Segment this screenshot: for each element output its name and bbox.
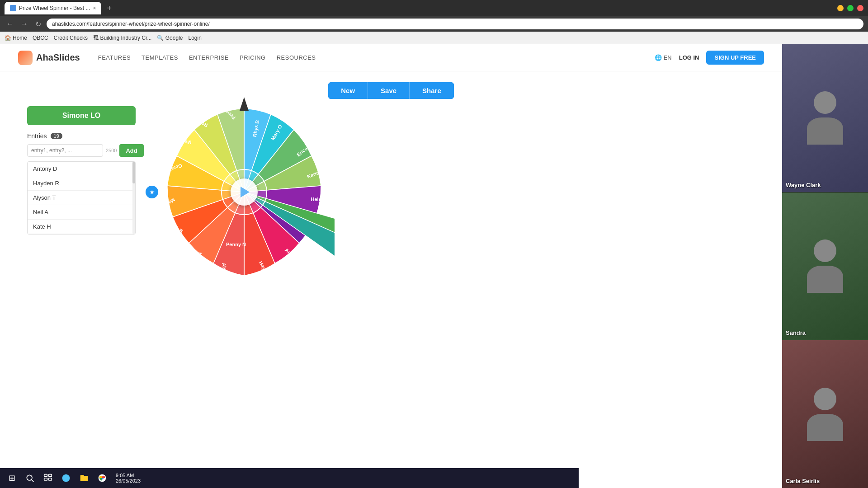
svg-text:Helen B: Helen B [311,197,330,202]
video-face-carla [782,340,868,488]
time-display: 9:05 AM [116,473,141,478]
start-button[interactable]: ⊞ [4,470,20,486]
svg-marker-20 [240,97,249,111]
taskbar-edge[interactable] [58,470,74,486]
star-badge: ★ [146,186,158,198]
svg-point-21 [27,475,32,480]
list-item: Kate H [28,220,135,234]
video-panel-sandra: Sandra [782,192,868,340]
bookmark-google[interactable]: 🔍 Google [157,35,183,41]
taskbar-search[interactable] [22,470,38,486]
logo-text: AhaSlides [36,52,80,63]
list-item: Hayden R [28,176,135,191]
entries-count: 19 [51,133,62,139]
logo-icon [18,51,33,65]
nav-resources[interactable]: RESOURCES [277,54,316,61]
lang-selector[interactable]: 🌐 EN [655,54,672,61]
minimize-btn[interactable] [837,5,844,11]
video-panel-carla: Carla Seirlis [782,340,868,488]
nav-enterprise[interactable]: ENTERPRISE [189,54,229,61]
play-icon [241,187,250,197]
nav-features[interactable]: FEATURES [98,54,131,61]
taskbar-taskview[interactable] [40,470,56,486]
video-name-wayne: Wayne Clark [786,182,821,188]
page-content: AhaSlides FEATURES TEMPLATES ENTERPRISE … [0,44,782,488]
tab-favicon [10,5,16,11]
video-panels: Wayne Clark Sandra Carla Seirlis [782,44,868,488]
bookmark-home[interactable]: 🏠 Home [5,35,27,41]
taskbar-file-explorer[interactable] [76,470,92,486]
svg-rect-25 [44,478,47,480]
list-scrollbar[interactable] [132,162,135,234]
forward-btn[interactable]: → [19,19,30,29]
bookmarks-bar: 🏠 Home QBCC Credit Checks 🏗 Building Ind… [0,32,868,44]
new-tab-btn[interactable]: + [107,4,112,13]
taskbar-chrome[interactable] [94,470,110,486]
list-item: Alyson T [28,191,135,205]
winner-banner: Simone LO [27,106,136,125]
svg-rect-26 [49,478,52,480]
new-button[interactable]: New [328,82,368,99]
save-button[interactable]: Save [368,82,410,99]
list-item: Neil A [28,205,135,220]
refresh-btn[interactable]: ↻ [33,19,43,29]
close-btn[interactable] [857,5,863,11]
logo[interactable]: AhaSlides [18,51,80,65]
share-button[interactable]: Share [410,82,454,99]
address-bar: ← → ↻ ahaslides.com/features/spinner-whe… [0,16,868,32]
date-display: 26/05/2023 [116,478,141,483]
svg-text:Kate H: Kate H [172,228,184,244]
svg-rect-24 [49,474,52,477]
entries-label: Entries [27,132,47,140]
video-panel-wayne: Wayne Clark [782,44,868,192]
list-item: Antony D [28,162,135,176]
bookmark-building[interactable]: 🏗 Building Industry Cr... [93,35,151,41]
nav-templates[interactable]: TEMPLATES [142,54,178,61]
char-count: 2500 [106,148,117,153]
video-face-sandra [782,192,868,340]
nav-right: 🌐 EN LOG IN SIGN UP FREE [655,51,764,65]
taskbar-time: 9:05 AM 26/05/2023 [112,471,144,485]
svg-line-22 [31,479,33,482]
svg-rect-23 [44,474,47,477]
address-input[interactable]: ahaslides.com/features/spinner-wheel/pri… [47,19,863,29]
video-name-sandra: Sandra [786,329,806,336]
entry-input-field[interactable] [27,144,103,157]
url-text: ahaslides.com/features/spinner-wheel/pri… [52,21,210,27]
left-panel: Simone LO Entries 19 2500 Add Antony D H… [27,106,136,235]
maximize-btn[interactable] [847,5,854,11]
entry-input-row: 2500 Add [27,144,136,157]
action-buttons-area: New Save Share [0,71,782,106]
main-layout: AhaSlides FEATURES TEMPLATES ENTERPRISE … [0,44,868,488]
tab-title: Prize Wheel Spinner - Best ... [19,5,90,11]
back-btn[interactable]: ← [5,19,15,29]
svg-text:Neil A: Neil A [195,252,203,267]
svg-text:Penny N: Penny N [226,242,246,247]
add-entry-button[interactable]: Add [119,144,143,157]
action-btn-group: New Save Share [328,82,454,99]
nav-pricing[interactable]: PRICING [240,54,266,61]
bookmark-qbcc[interactable]: QBCC [33,35,48,41]
scrollbar-thumb [132,162,135,183]
signup-button[interactable]: SIGN UP FREE [706,51,764,65]
login-button[interactable]: LOG IN [679,54,699,61]
svg-text:Maree H: Maree H [172,140,192,145]
tab-close-btn[interactable]: × [93,5,96,11]
site-nav: AhaSlides FEATURES TEMPLATES ENTERPRISE … [0,44,782,71]
wheel-container: ★ Rhys B Mary O Erica B Karina B [154,102,335,282]
browser-tab[interactable]: Prize Wheel Spinner - Best ... × [5,2,101,14]
window-controls [837,5,863,11]
svg-text:Antony D: Antony D [284,247,304,266]
bookmark-credit[interactable]: Credit Checks [54,35,88,41]
browser-chrome: Prize Wheel Spinner - Best ... × + [0,0,868,16]
entries-list: Antony D Hayden R Alyson T Neil A Kate H [27,161,136,235]
nav-links: FEATURES TEMPLATES ENTERPRISE PRICING RE… [98,54,316,61]
bookmark-login[interactable]: Login [188,35,201,41]
video-face-wayne [782,44,868,192]
entries-header: Entries 19 [27,132,136,140]
spinner-area: Simone LO Entries 19 2500 Add Antony D H… [0,106,782,282]
wheel-play-button[interactable] [231,178,258,206]
taskbar: ⊞ 9:05 AM 26/05/2023 [0,468,579,488]
video-name-carla: Carla Seirlis [786,478,820,484]
wheel-pointer [240,97,249,111]
